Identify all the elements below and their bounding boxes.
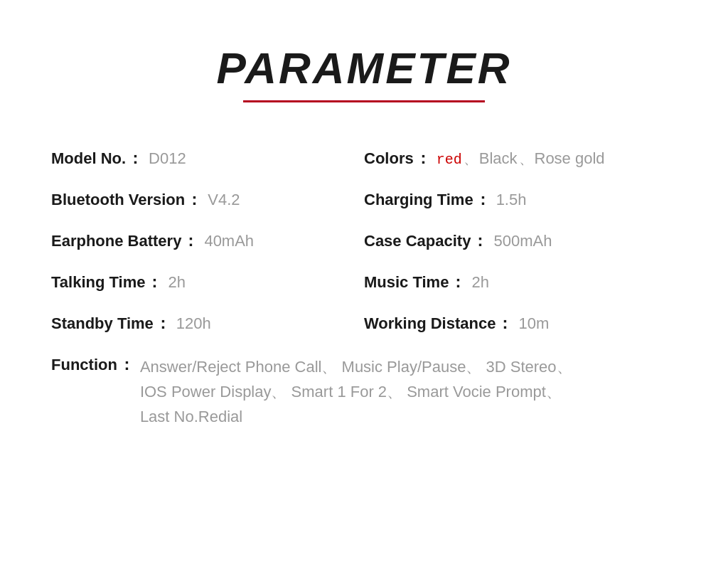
param-colors: Colors ： red、Black、Rose gold [364,138,677,179]
param-value-working-distance: 10m [518,314,549,333]
params-grid: Model No. ： D012 Colors ： red、Black、Rose… [51,138,677,440]
title-underline [243,100,485,102]
param-music-time: Music Time ： 2h [364,262,677,303]
param-colon-talking-time: ： [146,272,162,293]
param-label-talking-time: Talking Time [51,273,145,292]
param-label-standby-time: Standby Time [51,314,154,333]
param-charging-time: Charging Time ： 1.5h [364,179,677,221]
param-colon-charging-time: ： [475,189,491,211]
param-value-charging-time: 1.5h [496,191,527,209]
param-earphone-battery: Earphone Battery ： 40mAh [51,221,364,262]
param-value-earphone-battery: 40mAh [204,232,254,250]
param-label-function: Function [51,356,117,374]
param-colon-standby-time: ： [155,313,171,334]
param-function: Function ： Answer/Reject Phone Call、 Mus… [51,344,677,440]
color-red: red [437,152,462,168]
param-colon-colors: ： [415,148,431,169]
color-rosegold: Rose gold [535,149,605,167]
param-label-earphone-battery: Earphone Battery [51,232,181,250]
param-value-talking-time: 2h [168,273,185,292]
param-value-bluetooth: V4.2 [208,191,240,209]
param-working-distance: Working Distance ： 10m [364,303,677,344]
param-standby-time: Standby Time ： 120h [51,303,364,344]
param-label-case-capacity: Case Capacity [364,232,471,250]
param-value-case-capacity: 500mAh [493,232,552,250]
color-sep-1: 、 [464,151,478,166]
color-sep-2: 、 [519,151,533,166]
param-label-charging-time: Charging Time [364,191,473,209]
param-case-capacity: Case Capacity ： 500mAh [364,221,677,262]
param-colon-model-no: ： [127,148,143,169]
param-colon-working-distance: ： [497,313,513,334]
color-black: Black [479,149,518,167]
param-label-colors: Colors [364,149,414,168]
param-label-working-distance: Working Distance [364,314,496,333]
param-label-bluetooth: Bluetooth Version [51,191,185,209]
param-colon-earphone-battery: ： [183,230,198,252]
param-colon-case-capacity: ： [472,230,488,252]
param-colon-music-time: ： [450,272,466,293]
param-colon-bluetooth: ： [186,189,202,211]
param-value-music-time: 2h [471,273,488,292]
param-talking-time: Talking Time ： 2h [51,262,364,303]
page-title: PARAMETER [51,43,677,93]
param-value-standby-time: 120h [176,314,211,333]
param-label-model-no: Model No. [51,149,126,168]
page-container: PARAMETER Model No. ： D012 Colors ： red、… [23,43,705,440]
param-value-model-no: D012 [149,149,186,168]
param-label-music-time: Music Time [364,273,449,292]
function-label-group: Function ： [51,354,140,376]
param-value-colors: red、Black、Rose gold [437,149,605,169]
param-colon-function: ： [119,354,134,376]
param-value-function: Answer/Reject Phone Call、 Music Play/Pau… [140,354,572,430]
param-bluetooth: Bluetooth Version ： V4.2 [51,179,364,221]
header-section: PARAMETER [51,43,677,102]
param-model-no: Model No. ： D012 [51,138,364,179]
